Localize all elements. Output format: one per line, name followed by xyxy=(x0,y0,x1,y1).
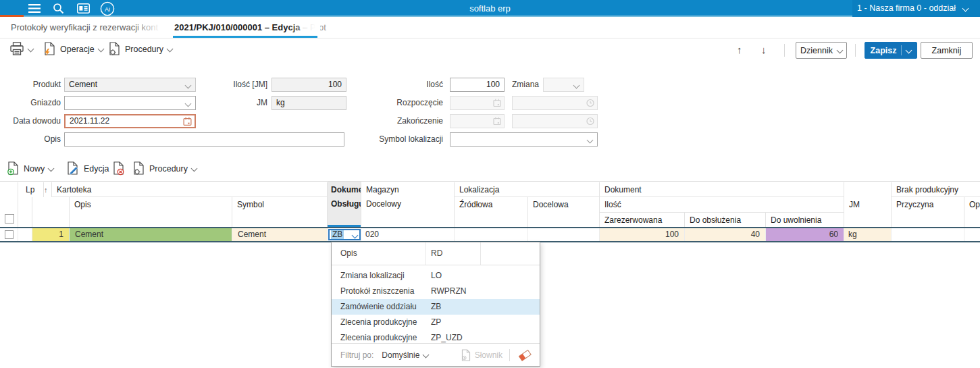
header-group-lokalizacja: Lokalizacja xyxy=(455,182,600,197)
filtruj-po-label: Filtruj po: xyxy=(340,350,373,360)
chevron-down-icon xyxy=(191,165,198,172)
header-lp[interactable]: Lp xyxy=(18,182,44,197)
tab-edycja-label-bold: 2021/PKJ/010/000001 – Edycja xyxy=(174,22,300,32)
dropdown-col-rd: RD xyxy=(425,242,481,265)
operacje-menu[interactable]: Operacje xyxy=(43,42,103,56)
header-group-brak-produkcyjny: Brak produkcyjny xyxy=(892,182,980,197)
gniazdo-combo[interactable] xyxy=(64,96,196,110)
header-przyczyna[interactable]: Przyczyna xyxy=(892,197,964,227)
cell-lokalizacja-zrodlowa[interactable] xyxy=(455,228,528,241)
dropdown-item[interactable]: Zmiana lokalizacjiLO xyxy=(332,268,540,284)
symbol-lokalizacji-combo[interactable] xyxy=(450,132,598,147)
cell-opis[interactable]: Cement xyxy=(70,228,232,241)
chevron-down-icon xyxy=(185,82,192,89)
grid-procedury-button[interactable]: Procedury xyxy=(132,161,197,176)
edycja-label: Edycja xyxy=(84,164,109,174)
zmiana-combo xyxy=(543,78,584,92)
toolbar-separator xyxy=(855,44,856,57)
company-selector-label: 1 - Nasza firma 0 - oddział xyxy=(857,3,956,13)
clear-filter-eraser-icon[interactable] xyxy=(517,348,533,362)
header-zrodlowa[interactable]: Źródłowa xyxy=(455,197,528,227)
header-jm[interactable]: JM xyxy=(844,197,892,227)
clock-icon xyxy=(586,99,594,107)
cell-do-obsluzenia[interactable]: 40 xyxy=(685,228,766,241)
zakonczenie-label: Zakończenie xyxy=(376,114,443,128)
dropdown-item-selected[interactable]: Zamówienie oddziałuZB xyxy=(332,299,540,315)
header-spacer xyxy=(32,197,70,227)
cell-opis-przyczyny[interactable] xyxy=(964,228,980,241)
opis-field[interactable] xyxy=(64,132,344,147)
header-magazyn-docelowy[interactable]: Magazyn Docelowy xyxy=(361,182,455,227)
cell-przyczyna[interactable] xyxy=(892,228,964,241)
navigate-up-button[interactable]: ↑ xyxy=(737,44,742,55)
cell-lokalizacja-docelowa[interactable] xyxy=(528,228,600,241)
button-divider xyxy=(901,45,902,55)
dropdown-item[interactable]: Protokół zniszczeniaRWPRZN xyxy=(332,284,540,299)
sort-ascending-icon[interactable]: ↑ xyxy=(44,182,52,197)
navigate-down-button[interactable]: ↓ xyxy=(761,44,767,55)
dziennik-button[interactable]: Dziennik xyxy=(796,42,847,59)
produkt-combo[interactable]: Cement xyxy=(64,78,196,92)
document-gear-icon xyxy=(132,161,145,176)
header-symbol[interactable]: Symbol xyxy=(232,197,328,227)
dropdown-col-opis: Opis xyxy=(332,242,425,265)
produkt-value: Cement xyxy=(69,80,97,89)
jm-field: kg xyxy=(272,96,346,110)
footer-separator xyxy=(509,349,510,361)
company-selector[interactable]: 1 - Nasza firma 0 - oddział xyxy=(857,0,956,17)
header-docelowa[interactable]: Docelowa xyxy=(528,197,600,227)
filter-mode-select[interactable]: Domyślnie xyxy=(382,350,419,360)
dziennik-label: Dziennik xyxy=(800,46,833,55)
zmiana-label: Zmiana xyxy=(508,78,539,92)
nowy-label: Nowy xyxy=(24,164,45,174)
header-zarezerwowana[interactable]: Zarezerwowana xyxy=(600,213,685,227)
ilosc-field[interactable]: 100 xyxy=(450,78,505,92)
edycja-button[interactable]: Edycja xyxy=(66,161,109,176)
cell-do-uwolnienia[interactable]: 60 xyxy=(766,228,844,241)
procedury-label: Procedury xyxy=(125,45,163,54)
header-dokument-obslugujacy[interactable]: Dokument Obsługujący xyxy=(328,182,361,227)
zamknij-button[interactable]: Zamknij xyxy=(921,42,973,59)
select-all-checkbox[interactable] xyxy=(5,214,14,224)
ilosc-jm-field: 100 xyxy=(272,78,346,92)
row-checkbox[interactable] xyxy=(5,230,14,239)
dropdown-header: Opis RD xyxy=(332,242,540,265)
cell-symbol[interactable]: Cement xyxy=(232,228,328,241)
procedury-menu[interactable]: Procedury xyxy=(108,42,172,56)
grid-top-border xyxy=(0,181,980,182)
nowy-button[interactable]: Nowy xyxy=(7,161,53,176)
calendar-icon[interactable] xyxy=(183,117,192,126)
chevron-down-icon[interactable] xyxy=(352,232,359,239)
clock-icon xyxy=(586,117,594,126)
zapisz-button[interactable]: Zapisz xyxy=(865,42,917,59)
jm-value: kg xyxy=(276,98,285,107)
cell-zarezerwowana[interactable]: 100 xyxy=(600,228,685,241)
header-opis-przyczyny[interactable]: Opis p xyxy=(964,197,980,227)
chevron-down-icon xyxy=(97,46,104,53)
dokument-combo[interactable]: ZB xyxy=(328,229,361,240)
symbol-lokalizacji-label: Symbol lokalizacji xyxy=(362,132,443,147)
zamknij-label: Zamknij xyxy=(932,46,962,55)
header-opis[interactable]: Opis xyxy=(70,197,232,227)
dropdown-item[interactable]: Zlecenia produkcyjneZP xyxy=(332,315,540,330)
chevron-down-icon xyxy=(906,47,912,54)
usun-button[interactable] xyxy=(112,161,125,176)
chevron-down-icon[interactable] xyxy=(423,352,430,359)
cell-lp[interactable]: 1 xyxy=(32,228,70,241)
ilosc-value: 100 xyxy=(486,80,500,89)
rozpoczecie-label: Rozpoczęcie xyxy=(376,96,443,110)
tab-edycja-active[interactable]: 2021/PKJ/010/000001 – Edycja – Prot xyxy=(174,22,326,32)
header-do-uwolnienia[interactable]: Do uwolnienia xyxy=(766,213,844,227)
zakonczenie-date-field xyxy=(450,114,505,128)
data-dowodu-field[interactable]: 2021.11.22 xyxy=(64,114,196,128)
cell-jm[interactable]: kg xyxy=(844,228,892,241)
cell-magazyn-docelowy[interactable]: 020 xyxy=(361,228,455,241)
header-spacer xyxy=(844,182,892,197)
tab-protokoly[interactable]: Protokoły weryfikacji z rezerwacji kont xyxy=(11,22,158,32)
data-dowodu-label: Data dowodu xyxy=(7,114,61,128)
opis-label: Opis xyxy=(7,132,61,147)
document-form: Produkt Cement Ilość [JM] 100 Ilość 100 … xyxy=(0,72,980,157)
header-do-obsluzenia[interactable]: Do obsłużenia xyxy=(685,213,766,227)
print-button[interactable] xyxy=(9,42,33,56)
header-group-dokument: Dokument xyxy=(600,182,844,197)
